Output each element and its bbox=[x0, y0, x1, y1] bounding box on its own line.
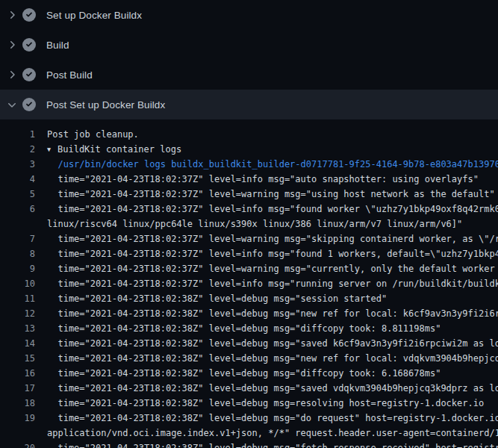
line-number[interactable]: 19 bbox=[0, 413, 35, 423]
log-row: linux/riscv64 linux/ppc64le linux/s390x … bbox=[0, 217, 498, 231]
log-row: 3 /usr/bin/docker logs buildx_buildkit_b… bbox=[0, 157, 498, 172]
check-circle-icon bbox=[22, 8, 36, 22]
group-expanded-triangle-icon[interactable]: ▼ bbox=[47, 146, 57, 153]
log-row: 14 time="2021-04-23T18:02:38Z" level=deb… bbox=[0, 336, 498, 351]
chevron-down-icon bbox=[6, 99, 18, 111]
line-number[interactable]: 10 bbox=[0, 279, 35, 289]
log-row: 13 time="2021-04-23T18:02:38Z" level=deb… bbox=[0, 321, 498, 336]
line-number[interactable]: 4 bbox=[0, 174, 35, 184]
chevron-right-icon bbox=[6, 9, 18, 21]
log-row: 12 time="2021-04-23T18:02:38Z" level=deb… bbox=[0, 306, 498, 321]
log-row: 18 time="2021-04-23T18:02:38Z" level=deb… bbox=[0, 396, 498, 411]
log-line-text: time="2021-04-23T18:02:38Z" level=debug … bbox=[47, 443, 498, 448]
log-row: 15 time="2021-04-23T18:02:38Z" level=deb… bbox=[0, 351, 498, 366]
log-line-text: time="2021-04-23T18:02:38Z" level=debug … bbox=[47, 413, 498, 423]
log-row: 11 time="2021-04-23T18:02:38Z" level=deb… bbox=[0, 291, 498, 306]
log-group-label: BuildKit container logs bbox=[57, 144, 181, 155]
line-number[interactable]: 15 bbox=[0, 353, 35, 364]
log-line-text: time="2021-04-23T18:02:37Z" level=warnin… bbox=[47, 189, 495, 199]
log-row: 19 time="2021-04-23T18:02:38Z" level=deb… bbox=[0, 411, 498, 426]
log-group-toggle[interactable]: ▼BuildKit container logs bbox=[47, 144, 181, 155]
log-row: 10 time="2021-04-23T18:02:37Z" level=inf… bbox=[0, 276, 498, 291]
log-row: 1Post job cleanup. bbox=[0, 127, 498, 142]
log-output: 1Post job cleanup.2▼BuildKit container l… bbox=[0, 119, 498, 448]
section-title: Set up Docker Buildx bbox=[46, 10, 142, 21]
check-circle-icon bbox=[22, 38, 36, 52]
line-number[interactable]: 11 bbox=[0, 293, 35, 304]
chevron-right-icon bbox=[6, 69, 18, 81]
log-line-text: Post job cleanup. bbox=[47, 129, 139, 140]
line-number[interactable]: 13 bbox=[0, 323, 35, 334]
log-line-text: time="2021-04-23T18:02:37Z" level=info m… bbox=[47, 279, 498, 289]
section-header-set-up-docker-buildx[interactable]: Set up Docker Buildx bbox=[0, 0, 498, 30]
log-line-text: time="2021-04-23T18:02:37Z" level=info m… bbox=[47, 249, 498, 259]
log-line-text: time="2021-04-23T18:02:38Z" level=debug … bbox=[47, 398, 484, 408]
log-row: 6 time="2021-04-23T18:02:37Z" level=info… bbox=[0, 202, 498, 217]
log-line-text: time="2021-04-23T18:02:37Z" level=warnin… bbox=[47, 264, 498, 274]
log-row: 17 time="2021-04-23T18:02:38Z" level=deb… bbox=[0, 381, 498, 396]
line-number[interactable]: 9 bbox=[0, 264, 35, 274]
section-title: Post Set up Docker Buildx bbox=[46, 99, 165, 111]
line-number[interactable]: 14 bbox=[0, 338, 35, 349]
line-number[interactable]: 20 bbox=[0, 443, 35, 448]
section-title: Post Build bbox=[46, 69, 93, 81]
line-number[interactable]: 6 bbox=[0, 204, 35, 214]
log-row: 5 time="2021-04-23T18:02:37Z" level=warn… bbox=[0, 187, 498, 202]
log-row: 7 time="2021-04-23T18:02:37Z" level=warn… bbox=[0, 231, 498, 246]
log-line-text: time="2021-04-23T18:02:38Z" level=debug … bbox=[47, 383, 498, 393]
log-row: 9 time="2021-04-23T18:02:37Z" level=warn… bbox=[0, 261, 498, 276]
line-number[interactable]: 12 bbox=[0, 308, 35, 319]
line-number[interactable]: 18 bbox=[0, 398, 35, 408]
log-row: 20 time="2021-04-23T18:02:38Z" level=deb… bbox=[0, 441, 498, 448]
log-row: 16 time="2021-04-23T18:02:38Z" level=deb… bbox=[0, 366, 498, 381]
log-line-text: time="2021-04-23T18:02:38Z" level=debug … bbox=[47, 323, 441, 334]
line-number[interactable]: 17 bbox=[0, 383, 35, 393]
section-title: Build bbox=[46, 40, 69, 51]
log-line-text: linux/riscv64 linux/ppc64le linux/s390x … bbox=[47, 219, 462, 229]
log-line-text: time="2021-04-23T18:02:38Z" level=debug … bbox=[47, 308, 498, 319]
log-line-text: time="2021-04-23T18:02:37Z" level=info m… bbox=[47, 174, 479, 184]
log-line-text: time="2021-04-23T18:02:38Z" level=debug … bbox=[47, 353, 498, 364]
log-line-text: time="2021-04-23T18:02:38Z" level=debug … bbox=[47, 338, 498, 349]
section-header-build[interactable]: Build bbox=[0, 30, 498, 60]
line-number[interactable]: 16 bbox=[0, 368, 35, 379]
log-row: 4 time="2021-04-23T18:02:37Z" level=info… bbox=[0, 172, 498, 187]
line-number[interactable]: 5 bbox=[0, 189, 35, 199]
log-row: 8 time="2021-04-23T18:02:37Z" level=info… bbox=[0, 246, 498, 261]
log-row: application/vnd.oci.image.index.v1+json,… bbox=[0, 426, 498, 441]
log-line-text: time="2021-04-23T18:02:38Z" level=debug … bbox=[47, 368, 441, 379]
section-header-post-set-up-docker-buildx[interactable]: Post Set up Docker Buildx bbox=[0, 90, 498, 119]
line-number[interactable]: 1 bbox=[0, 129, 35, 140]
log-line-text: time="2021-04-23T18:02:37Z" level=info m… bbox=[47, 204, 498, 214]
log-row: 2▼BuildKit container logs bbox=[0, 142, 498, 157]
job-log-panel: Set up Docker Buildx Build Post Build Po… bbox=[0, 0, 498, 448]
line-number[interactable]: 3 bbox=[0, 159, 35, 169]
log-line-text: time="2021-04-23T18:02:37Z" level=warnin… bbox=[47, 234, 498, 244]
line-number[interactable]: 8 bbox=[0, 249, 35, 259]
line-number[interactable]: 7 bbox=[0, 234, 35, 244]
log-line-text: time="2021-04-23T18:02:38Z" level=debug … bbox=[47, 293, 387, 304]
line-number[interactable]: 2 bbox=[0, 144, 35, 155]
section-header-post-build[interactable]: Post Build bbox=[0, 60, 498, 90]
log-line-text: /usr/bin/docker logs buildx_buildkit_bui… bbox=[47, 159, 498, 169]
chevron-right-icon bbox=[6, 39, 18, 51]
check-circle-icon bbox=[22, 98, 36, 111]
check-circle-icon bbox=[22, 68, 36, 81]
log-line-text: application/vnd.oci.image.index.v1+json,… bbox=[47, 428, 498, 438]
